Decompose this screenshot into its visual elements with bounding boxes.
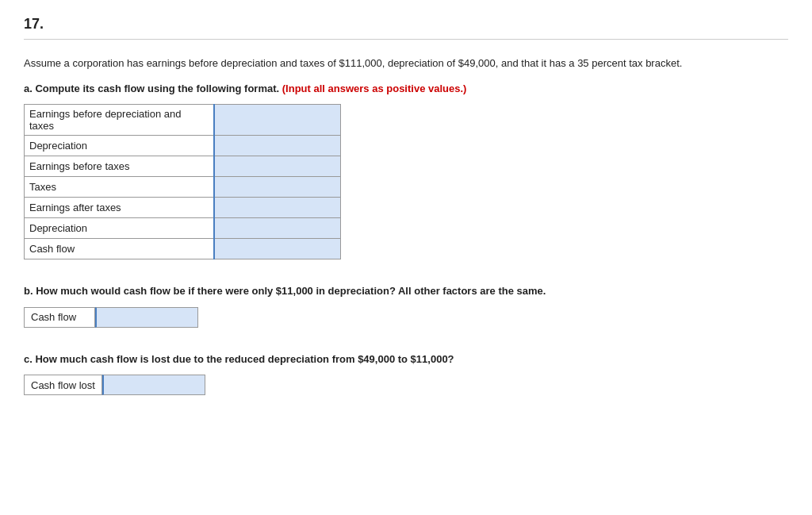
- part-a-text: Compute its cash flow using the followin…: [35, 83, 466, 94]
- table-row: Depreciation: [25, 218, 341, 239]
- input-earnings-after-taxes[interactable]: [220, 202, 335, 213]
- input-taxes[interactable]: [220, 181, 335, 193]
- row-input-taxes[interactable]: [214, 177, 341, 198]
- part-a-table-container: Earnings before depreciation and taxes D…: [24, 104, 788, 259]
- row-input-depreciation1[interactable]: [214, 136, 341, 156]
- part-b-input-label: Cash flow: [24, 307, 95, 328]
- input-earnings-before-taxes[interactable]: [220, 160, 335, 172]
- input-earnings-before[interactable]: [220, 114, 335, 126]
- table-row: Depreciation: [25, 136, 341, 156]
- part-a-letter: a.: [24, 83, 33, 94]
- row-input-cash-flow[interactable]: [214, 239, 341, 259]
- row-label-depreciation2: Depreciation: [25, 218, 214, 239]
- table-row: Cash flow: [25, 239, 341, 259]
- cash-flow-table: Earnings before depreciation and taxes D…: [24, 104, 341, 259]
- input-depreciation1[interactable]: [220, 140, 335, 152]
- row-label-depreciation1: Depreciation: [25, 136, 214, 156]
- part-a-instruction: (Input all answers as positive values.): [282, 83, 467, 94]
- problem-text: Assume a corporation has earnings before…: [24, 56, 737, 71]
- row-label-cash-flow: Cash flow: [25, 239, 214, 259]
- row-input-depreciation2[interactable]: [214, 218, 341, 239]
- question-number: 17.: [24, 16, 788, 40]
- part-b-label: b. How much would cash flow be if there …: [24, 283, 788, 299]
- row-input-earnings-before[interactable]: [214, 105, 341, 136]
- part-c-cash-flow-lost-input[interactable]: [102, 375, 205, 395]
- part-b-cash-flow-input[interactable]: [95, 307, 198, 328]
- row-input-earnings-before-taxes[interactable]: [214, 156, 341, 177]
- table-row: Earnings before taxes: [25, 156, 341, 177]
- table-row: Earnings after taxes: [25, 198, 341, 218]
- part-c-input-row: Cash flow lost: [24, 375, 788, 395]
- part-a-label: a. Compute its cash flow using the follo…: [24, 81, 788, 97]
- input-cash-flow[interactable]: [220, 243, 335, 255]
- part-b-input-row: Cash flow: [24, 307, 788, 328]
- input-depreciation2[interactable]: [220, 222, 335, 234]
- table-row: Taxes: [25, 177, 341, 198]
- row-label-earnings-after-taxes: Earnings after taxes: [25, 198, 214, 218]
- part-c-input-label: Cash flow lost: [24, 375, 102, 395]
- row-label-earnings-before-taxes: Earnings before taxes: [25, 156, 214, 177]
- table-row: Earnings before depreciation and taxes: [25, 105, 341, 136]
- row-label-taxes: Taxes: [25, 177, 214, 198]
- row-label-earnings-before: Earnings before depreciation and taxes: [25, 105, 214, 136]
- row-input-earnings-after-taxes[interactable]: [214, 198, 341, 218]
- part-c-label: c. How much cash flow is lost due to the…: [24, 352, 788, 367]
